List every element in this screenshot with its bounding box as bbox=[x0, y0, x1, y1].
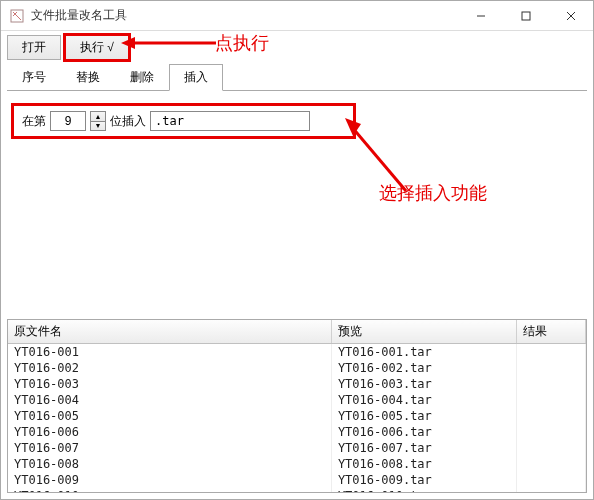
maximize-button[interactable] bbox=[503, 1, 548, 30]
cell-preview: YT016-007.tar bbox=[331, 440, 516, 456]
spacer bbox=[1, 145, 593, 317]
close-icon bbox=[566, 11, 576, 21]
cell-result bbox=[516, 376, 585, 392]
cell-preview: YT016-008.tar bbox=[331, 456, 516, 472]
maximize-icon bbox=[521, 11, 531, 21]
cell-result bbox=[516, 472, 585, 488]
execute-button[interactable]: 执行 √ bbox=[65, 35, 129, 60]
window-title: 文件批量改名工具 bbox=[31, 7, 458, 24]
table-row[interactable]: YT016-010YT016-010.tar bbox=[8, 488, 586, 493]
cell-result bbox=[516, 424, 585, 440]
header-original[interactable]: 原文件名 bbox=[8, 320, 331, 344]
titlebar: 文件批量改名工具 bbox=[1, 1, 593, 31]
cell-preview: YT016-003.tar bbox=[331, 376, 516, 392]
cell-preview: YT016-006.tar bbox=[331, 424, 516, 440]
table-row[interactable]: YT016-001YT016-001.tar bbox=[8, 344, 586, 361]
cell-original: YT016-010 bbox=[8, 488, 331, 493]
spinner-down-icon[interactable]: ▼ bbox=[91, 122, 105, 131]
tab-replace[interactable]: 替换 bbox=[61, 64, 115, 91]
cell-result bbox=[516, 456, 585, 472]
toolbar: 打开 执行 √ bbox=[1, 31, 593, 64]
cell-original: YT016-004 bbox=[8, 392, 331, 408]
minimize-icon bbox=[476, 11, 486, 21]
table-row[interactable]: YT016-003YT016-003.tar bbox=[8, 376, 586, 392]
open-button[interactable]: 打开 bbox=[7, 35, 61, 60]
position-input[interactable] bbox=[50, 111, 86, 131]
table-row[interactable]: YT016-007YT016-007.tar bbox=[8, 440, 586, 456]
minimize-button[interactable] bbox=[458, 1, 503, 30]
cell-preview: YT016-002.tar bbox=[331, 360, 516, 376]
cell-result bbox=[516, 392, 585, 408]
insert-prefix-label: 在第 bbox=[22, 113, 46, 130]
table-row[interactable]: YT016-008YT016-008.tar bbox=[8, 456, 586, 472]
file-table: 原文件名 预览 结果 YT016-001YT016-001.tarYT016-0… bbox=[8, 320, 586, 493]
table-row[interactable]: YT016-005YT016-005.tar bbox=[8, 408, 586, 424]
table-row[interactable]: YT016-002YT016-002.tar bbox=[8, 360, 586, 376]
cell-result bbox=[516, 488, 585, 493]
spinner-up-icon[interactable]: ▲ bbox=[91, 112, 105, 122]
cell-preview: YT016-005.tar bbox=[331, 408, 516, 424]
header-preview[interactable]: 预览 bbox=[331, 320, 516, 344]
cell-preview: YT016-009.tar bbox=[331, 472, 516, 488]
app-icon bbox=[9, 8, 25, 24]
cell-result bbox=[516, 408, 585, 424]
cell-original: YT016-006 bbox=[8, 424, 331, 440]
insert-panel: 在第 ▲ ▼ 位插入 bbox=[1, 91, 593, 145]
file-table-wrap[interactable]: 原文件名 预览 结果 YT016-001YT016-001.tarYT016-0… bbox=[7, 319, 587, 493]
cell-original: YT016-009 bbox=[8, 472, 331, 488]
tab-delete[interactable]: 删除 bbox=[115, 64, 169, 91]
cell-preview: YT016-001.tar bbox=[331, 344, 516, 361]
cell-original: YT016-008 bbox=[8, 456, 331, 472]
table-row[interactable]: YT016-009YT016-009.tar bbox=[8, 472, 586, 488]
table-row[interactable]: YT016-006YT016-006.tar bbox=[8, 424, 586, 440]
position-spinner[interactable]: ▲ ▼ bbox=[90, 111, 106, 131]
table-header-row: 原文件名 预览 结果 bbox=[8, 320, 586, 344]
cell-preview: YT016-010.tar bbox=[331, 488, 516, 493]
tab-sequence[interactable]: 序号 bbox=[7, 64, 61, 91]
cell-result bbox=[516, 360, 585, 376]
app-window: 文件批量改名工具 打开 执行 √ 序号 替换 删除 插入 在第 ▲ bbox=[0, 0, 594, 500]
cell-original: YT016-002 bbox=[8, 360, 331, 376]
tab-bar: 序号 替换 删除 插入 bbox=[7, 64, 587, 91]
svg-rect-2 bbox=[522, 12, 530, 20]
cell-preview: YT016-004.tar bbox=[331, 392, 516, 408]
table-row[interactable]: YT016-004YT016-004.tar bbox=[8, 392, 586, 408]
cell-original: YT016-003 bbox=[8, 376, 331, 392]
cell-result bbox=[516, 344, 585, 361]
cell-original: YT016-001 bbox=[8, 344, 331, 361]
cell-original: YT016-007 bbox=[8, 440, 331, 456]
insert-mid-label: 位插入 bbox=[110, 113, 146, 130]
insert-text-input[interactable] bbox=[150, 111, 310, 131]
insert-row: 在第 ▲ ▼ 位插入 bbox=[11, 103, 356, 139]
tab-insert[interactable]: 插入 bbox=[169, 64, 223, 91]
cell-original: YT016-005 bbox=[8, 408, 331, 424]
window-controls bbox=[458, 1, 593, 30]
cell-result bbox=[516, 440, 585, 456]
close-button[interactable] bbox=[548, 1, 593, 30]
header-result[interactable]: 结果 bbox=[516, 320, 585, 344]
